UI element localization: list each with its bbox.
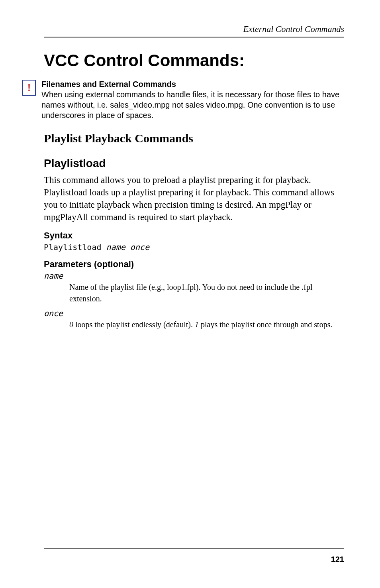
param-italic: 1 [195,320,199,329]
section-heading: Playlist Playback Commands [44,132,344,145]
command-heading: Playlistload [44,157,344,170]
note-heading: Filenames and External Commands [41,79,344,89]
alert-icon-glyph: ! [27,82,31,93]
page-title: VCC Control Commands: [44,51,344,70]
syntax-line: Playlistload name once [44,242,344,252]
parameters-label: Parameters (optional) [44,259,344,269]
param-text: plays the playlist once through and stop… [199,320,333,329]
alert-icon: ! [22,80,36,96]
page: External Control Commands VCC Control Co… [0,0,380,588]
running-head: External Control Commands [44,24,344,34]
param-desc: 0 loops the playlist endlessly (default)… [69,319,344,330]
command-description: This command allows you to preload a pla… [44,174,344,223]
param-name: once [44,309,344,318]
syntax-params: name once [106,242,149,252]
param-italic: 0 [69,320,73,329]
param-name: name [44,271,344,281]
alert-icon-container: ! [22,80,36,96]
syntax-keyword: Playlistload [44,242,102,252]
footer-rule [44,548,344,549]
page-footer: 121 [44,548,344,564]
param-desc: Name of the playlist file (e.g., loop1.f… [69,281,344,305]
note-body: When using external commands to handle f… [41,90,339,120]
note-text: Filenames and External Commands When usi… [41,79,344,120]
syntax-label: Syntax [44,230,344,241]
header-rule [44,37,344,37]
page-number: 121 [44,555,344,564]
param-text: loops the playlist endlessly (default). [73,320,195,329]
note-block: ! Filenames and External Commands When u… [22,79,344,120]
